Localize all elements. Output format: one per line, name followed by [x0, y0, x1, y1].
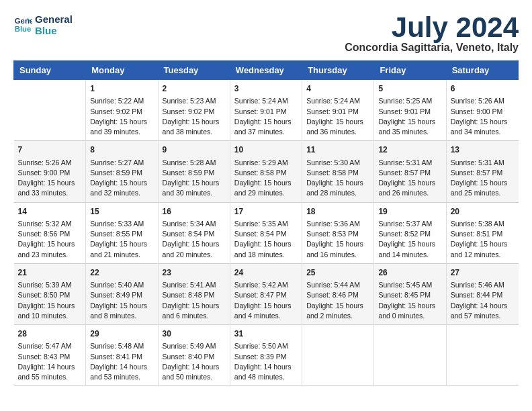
day-info: Sunset: 8:40 PM	[163, 352, 226, 362]
day-number: 3	[234, 83, 298, 95]
day-info: Sunrise: 5:37 AM	[378, 219, 441, 229]
day-number: 19	[378, 206, 441, 218]
day-info: Sunset: 8:41 PM	[90, 352, 153, 362]
day-number: 12	[378, 144, 441, 156]
calendar-cell: 4Sunrise: 5:24 AMSunset: 9:01 PMDaylight…	[302, 80, 374, 141]
calendar-cell: 10Sunrise: 5:29 AMSunset: 8:58 PMDayligh…	[230, 141, 302, 202]
calendar-cell: 22Sunrise: 5:40 AMSunset: 8:49 PMDayligh…	[86, 263, 158, 324]
header-sunday: Sunday	[14, 61, 86, 80]
calendar-cell: 14Sunrise: 5:32 AMSunset: 8:56 PMDayligh…	[14, 202, 86, 263]
day-info: Sunrise: 5:24 AM	[234, 96, 298, 106]
calendar-cell: 5Sunrise: 5:25 AMSunset: 9:01 PMDaylight…	[374, 80, 446, 141]
day-info: Daylight: 15 hours and 35 minutes.	[378, 117, 441, 137]
day-number: 11	[306, 144, 369, 156]
day-info: Sunset: 8:59 PM	[163, 168, 226, 178]
day-info: Sunrise: 5:26 AM	[451, 96, 515, 106]
day-number: 30	[163, 328, 226, 340]
day-info: Sunrise: 5:27 AM	[90, 158, 153, 168]
day-info: Sunrise: 5:39 AM	[18, 280, 82, 290]
day-info: Sunset: 8:57 PM	[378, 168, 441, 178]
day-info: Daylight: 15 hours and 34 minutes.	[451, 117, 515, 137]
day-info: Daylight: 15 hours and 14 minutes.	[378, 239, 441, 259]
calendar-week-1: 1Sunrise: 5:22 AMSunset: 9:02 PMDaylight…	[14, 80, 519, 141]
day-info: Sunrise: 5:49 AM	[163, 341, 226, 351]
day-info: Daylight: 15 hours and 8 minutes.	[90, 301, 153, 321]
header-saturday: Saturday	[446, 61, 518, 80]
calendar-cell: 17Sunrise: 5:35 AMSunset: 8:54 PMDayligh…	[230, 202, 302, 263]
day-number: 29	[90, 328, 153, 340]
day-info: Daylight: 15 hours and 29 minutes.	[234, 178, 298, 198]
day-number: 10	[234, 144, 298, 156]
day-info: Sunrise: 5:45 AM	[378, 280, 441, 290]
day-number: 18	[306, 206, 369, 218]
month-title: July 2024	[345, 13, 519, 42]
day-info: Daylight: 15 hours and 4 minutes.	[234, 301, 298, 321]
day-info: Sunrise: 5:28 AM	[163, 158, 226, 168]
location-title: Concordia Sagittaria, Veneto, Italy	[345, 42, 519, 54]
day-info: Sunrise: 5:42 AM	[234, 280, 298, 290]
day-info: Sunrise: 5:32 AM	[18, 219, 82, 229]
day-info: Sunrise: 5:44 AM	[306, 280, 369, 290]
day-info: Daylight: 15 hours and 18 minutes.	[234, 239, 298, 259]
day-info: Sunset: 8:45 PM	[378, 290, 441, 300]
day-info: Sunset: 9:01 PM	[234, 107, 298, 117]
day-info: Sunset: 8:58 PM	[306, 168, 369, 178]
day-number: 21	[18, 267, 82, 279]
calendar-week-5: 28Sunrise: 5:47 AMSunset: 8:43 PMDayligh…	[14, 325, 519, 386]
day-info: Daylight: 15 hours and 38 minutes.	[163, 117, 226, 137]
day-info: Sunset: 8:50 PM	[18, 290, 82, 300]
day-info: Sunset: 8:53 PM	[306, 229, 369, 239]
day-info: Sunset: 8:51 PM	[451, 229, 515, 239]
day-info: Sunrise: 5:31 AM	[451, 158, 515, 168]
day-number: 25	[306, 267, 369, 279]
day-info: Sunset: 8:47 PM	[234, 290, 298, 300]
day-info: Sunset: 9:00 PM	[451, 107, 515, 117]
calendar-cell: 9Sunrise: 5:28 AMSunset: 8:59 PMDaylight…	[158, 141, 230, 202]
day-number: 16	[163, 206, 226, 218]
calendar-cell	[446, 325, 518, 386]
calendar-cell: 18Sunrise: 5:36 AMSunset: 8:53 PMDayligh…	[302, 202, 374, 263]
day-info: Sunrise: 5:47 AM	[18, 341, 82, 351]
page-header: General Blue General Blue July 2024 Conc…	[13, 13, 519, 54]
day-info: Daylight: 15 hours and 0 minutes.	[378, 301, 441, 321]
day-info: Daylight: 15 hours and 25 minutes.	[451, 178, 515, 198]
day-info: Daylight: 15 hours and 26 minutes.	[378, 178, 441, 198]
calendar-cell: 31Sunrise: 5:50 AMSunset: 8:39 PMDayligh…	[230, 325, 302, 386]
calendar-cell: 7Sunrise: 5:26 AMSunset: 9:00 PMDaylight…	[14, 141, 86, 202]
day-info: Daylight: 15 hours and 28 minutes.	[306, 178, 369, 198]
day-number: 20	[451, 206, 515, 218]
day-info: Sunrise: 5:30 AM	[306, 158, 369, 168]
logo-line2: Blue	[35, 25, 73, 36]
day-info: Sunset: 8:58 PM	[234, 168, 298, 178]
day-number: 4	[306, 83, 369, 95]
day-info: Sunrise: 5:41 AM	[163, 280, 226, 290]
calendar-header-row: SundayMondayTuesdayWednesdayThursdayFrid…	[14, 61, 519, 80]
day-info: Sunrise: 5:29 AM	[234, 158, 298, 168]
day-info: Sunset: 9:01 PM	[306, 107, 369, 117]
day-number: 27	[451, 267, 515, 279]
day-number: 1	[90, 83, 153, 95]
calendar-cell: 6Sunrise: 5:26 AMSunset: 9:00 PMDaylight…	[446, 80, 518, 141]
header-tuesday: Tuesday	[158, 61, 230, 80]
day-info: Sunset: 9:02 PM	[163, 107, 226, 117]
day-info: Sunrise: 5:38 AM	[451, 219, 515, 229]
calendar-cell: 23Sunrise: 5:41 AMSunset: 8:48 PMDayligh…	[158, 263, 230, 324]
day-info: Daylight: 14 hours and 48 minutes.	[234, 362, 298, 382]
day-info: Daylight: 15 hours and 21 minutes.	[90, 239, 153, 259]
day-info: Daylight: 15 hours and 33 minutes.	[18, 178, 82, 198]
day-number: 28	[18, 328, 82, 340]
logo-icon: General Blue	[13, 15, 32, 34]
calendar-cell: 30Sunrise: 5:49 AMSunset: 8:40 PMDayligh…	[158, 325, 230, 386]
day-number: 7	[18, 144, 82, 156]
calendar-table: SundayMondayTuesdayWednesdayThursdayFrid…	[13, 60, 519, 386]
day-info: Sunrise: 5:35 AM	[234, 219, 298, 229]
day-info: Sunset: 8:48 PM	[163, 290, 226, 300]
calendar-cell: 21Sunrise: 5:39 AMSunset: 8:50 PMDayligh…	[14, 263, 86, 324]
calendar-cell: 16Sunrise: 5:34 AMSunset: 8:54 PMDayligh…	[158, 202, 230, 263]
header-thursday: Thursday	[302, 61, 374, 80]
day-info: Sunrise: 5:50 AM	[234, 341, 298, 351]
calendar-cell: 24Sunrise: 5:42 AMSunset: 8:47 PMDayligh…	[230, 263, 302, 324]
day-info: Daylight: 15 hours and 23 minutes.	[18, 239, 82, 259]
day-info: Sunrise: 5:26 AM	[18, 158, 82, 168]
day-info: Daylight: 15 hours and 32 minutes.	[90, 178, 153, 198]
